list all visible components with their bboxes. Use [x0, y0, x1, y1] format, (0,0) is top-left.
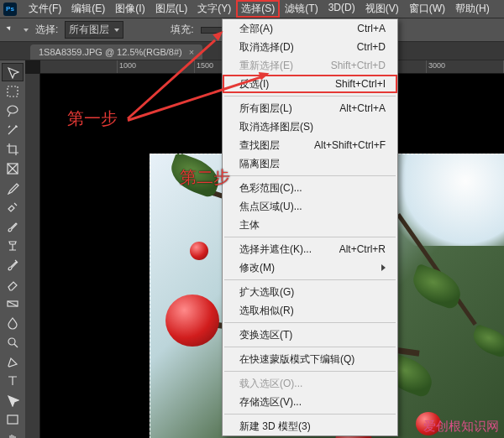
- annotation-step2: 第二步: [180, 166, 230, 189]
- menu-item[interactable]: 全部(A)Ctrl+A: [223, 19, 397, 38]
- menu-item-shortcut: Shift+Ctrl+I: [335, 77, 386, 91]
- menu-item-label: 查找图层: [239, 138, 280, 152]
- menu-item-label: 载入选区(O)...: [239, 377, 302, 390]
- menu-视图v[interactable]: 视图(V): [360, 0, 404, 18]
- document-tab[interactable]: 1S8A8359.JPG @ 12.5%(RGB/8#) ×: [30, 44, 202, 60]
- menu-item-label: 在快速蒙版模式下编辑(Q): [239, 352, 354, 366]
- menu-item[interactable]: 反选(I)Shift+Ctrl+I: [223, 75, 397, 93]
- menu-item[interactable]: 所有图层(L)Alt+Ctrl+A: [223, 99, 397, 117]
- menu-item-label: 修改(M): [239, 261, 275, 274]
- healing-brush-tool[interactable]: [2, 198, 24, 216]
- rectangle-tool[interactable]: [2, 410, 24, 429]
- ruler-tick: 3000: [427, 60, 504, 73]
- menu-编辑e[interactable]: 编辑(E): [66, 0, 110, 18]
- layer-select[interactable]: 所有图层: [65, 21, 123, 39]
- menu-item[interactable]: 色彩范围(C)...: [223, 179, 397, 197]
- menu-item-label: 主体: [239, 218, 260, 232]
- frame-tool[interactable]: [2, 159, 24, 178]
- eyedropper-tool[interactable]: [2, 179, 24, 197]
- menu-滤镜t[interactable]: 滤镜(T): [280, 0, 323, 18]
- menu-item[interactable]: 变换选区(T): [223, 326, 397, 344]
- menu-item-label: 隔离图层: [239, 157, 280, 170]
- menu-item[interactable]: 取消选择(D)Ctrl+D: [223, 38, 397, 56]
- menu-item-label: 变换选区(T): [239, 328, 292, 342]
- menu-item[interactable]: 选取相似(R): [223, 301, 397, 320]
- menubar: Ps 文件(F)编辑(E)图像(I)图层(L)文字(Y)选择(S)滤镜(T)3D…: [0, 0, 504, 18]
- gradient-tool[interactable]: [2, 295, 24, 313]
- menu-item-shortcut: Ctrl+A: [357, 22, 386, 35]
- menu-item-label: 新建 3D 模型(3): [239, 420, 311, 433]
- menu-item: 重新选择(E)Shift+Ctrl+D: [223, 56, 397, 75]
- dodge-tool[interactable]: [2, 333, 24, 352]
- menu-item-label: 选择并遮住(K)...: [239, 242, 312, 256]
- menu-item-label: 存储选区(V)...: [239, 395, 302, 409]
- watermark: 爱创根知识网: [423, 419, 499, 435]
- menu-item-shortcut: Ctrl+D: [357, 40, 386, 54]
- pen-tool[interactable]: [2, 352, 24, 371]
- move-tool-icon: [5, 24, 17, 36]
- menu-item[interactable]: 扩大选取(G): [223, 283, 397, 301]
- menu-item[interactable]: 主体: [223, 216, 397, 234]
- annotation-step1: 第一步: [67, 107, 118, 130]
- path-select-tool[interactable]: [2, 391, 24, 409]
- close-icon[interactable]: ×: [189, 47, 194, 57]
- menu-item[interactable]: 存储选区(V)...: [223, 393, 397, 411]
- options-fill-label: 填充:: [171, 23, 193, 37]
- menu-item-label: 焦点区域(U)...: [239, 200, 302, 213]
- menu-item-label: 取消选择(D): [239, 40, 294, 54]
- menu-item-label: 色彩范围(C)...: [239, 181, 302, 195]
- layer-select-value: 所有图层: [69, 23, 109, 37]
- menu-图像i[interactable]: 图像(I): [110, 0, 150, 18]
- app-icon: Ps: [3, 3, 17, 16]
- history-brush-tool[interactable]: [2, 256, 24, 274]
- options-select-label: 选择:: [35, 23, 58, 37]
- menu-item-shortcut: Alt+Ctrl+R: [339, 242, 386, 256]
- tools-panel: [0, 60, 25, 438]
- menu-item-shortcut: Alt+Ctrl+A: [339, 102, 386, 115]
- magic-wand-tool[interactable]: [2, 121, 24, 139]
- menu-item[interactable]: 取消选择图层(S): [223, 117, 397, 136]
- svg-rect-4: [8, 415, 18, 424]
- menu-窗口w[interactable]: 窗口(W): [404, 0, 450, 18]
- blur-tool[interactable]: [2, 314, 24, 332]
- menu-item-shortcut: Alt+Shift+Ctrl+F: [314, 138, 386, 152]
- menu-item-label: 选取相似(R): [239, 304, 294, 317]
- menu-文字y[interactable]: 文字(Y): [192, 0, 236, 18]
- chevron-down-icon[interactable]: [24, 29, 29, 32]
- tab-title: 1S8A8359.JPG @ 12.5%(RGB/8#): [39, 47, 182, 57]
- eraser-tool[interactable]: [2, 275, 24, 294]
- move-tool[interactable]: [2, 63, 24, 81]
- rect-marquee-tool[interactable]: [2, 82, 24, 101]
- menu-item[interactable]: 在快速蒙版模式下编辑(Q): [223, 350, 397, 368]
- lasso-tool[interactable]: [2, 102, 24, 120]
- menu-item[interactable]: 焦点区域(U)...: [223, 197, 397, 216]
- crop-tool[interactable]: [2, 140, 24, 159]
- menu-item[interactable]: 查找图层Alt+Shift+Ctrl+F: [223, 136, 397, 154]
- menu-item-label: 所有图层(L): [239, 102, 292, 115]
- menu-item: 载入选区(O)...: [223, 374, 397, 393]
- menu-item[interactable]: 隔离图层: [223, 154, 397, 173]
- menu-item-label: 扩大选取(G): [239, 285, 294, 299]
- menu-item-label: 取消选择图层(S): [239, 120, 313, 133]
- menu-item[interactable]: 选择并遮住(K)...Alt+Ctrl+R: [223, 240, 397, 258]
- brush-tool[interactable]: [2, 217, 24, 236]
- type-tool[interactable]: [2, 372, 24, 390]
- ruler-vertical: [25, 74, 40, 438]
- svg-point-3: [8, 338, 15, 345]
- svg-rect-0: [8, 86, 18, 96]
- menu-文件f[interactable]: 文件(F): [24, 0, 66, 18]
- menu-3dd[interactable]: 3D(D): [323, 0, 360, 18]
- menu-图层l[interactable]: 图层(L): [150, 0, 193, 18]
- menu-选择s[interactable]: 选择(S): [236, 0, 280, 18]
- menu-item-label: 全部(A): [239, 22, 273, 35]
- menu-item-shortcut: Shift+Ctrl+D: [331, 59, 386, 72]
- chevron-down-icon: [114, 29, 119, 32]
- menu-item[interactable]: 新建 3D 模型(3): [223, 417, 397, 435]
- clone-stamp-tool[interactable]: [2, 237, 24, 255]
- menu-item[interactable]: 修改(M): [223, 258, 397, 277]
- ruler-tick: [40, 60, 118, 73]
- menu-帮助h[interactable]: 帮助(H): [450, 0, 495, 18]
- hand-tool[interactable]: [2, 430, 24, 438]
- menu-items: 文件(F)编辑(E)图像(I)图层(L)文字(Y)选择(S)滤镜(T)3D(D)…: [24, 0, 495, 18]
